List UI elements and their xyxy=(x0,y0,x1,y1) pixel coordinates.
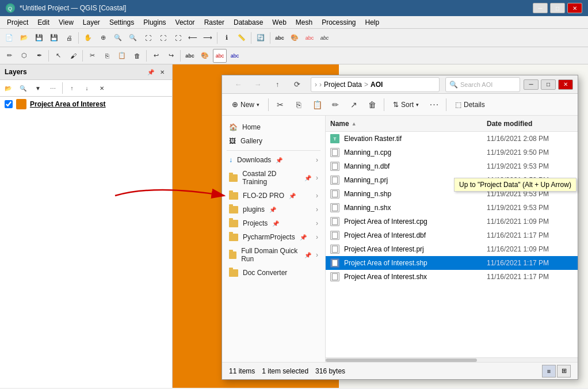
dialog-close-btn[interactable]: ✕ xyxy=(558,79,573,90)
nav-downloads[interactable]: ↓ Downloads 📌 xyxy=(222,153,325,167)
cut-button[interactable]: ✂ xyxy=(272,97,288,113)
layer-checkbox[interactable] xyxy=(5,100,13,108)
undo-btn[interactable]: ↩ xyxy=(149,49,163,63)
pan-btn[interactable]: ✋ xyxy=(81,31,95,45)
cut-feature-btn[interactable]: ✂ xyxy=(85,49,99,63)
menu-settings[interactable]: Settings xyxy=(105,17,139,28)
menu-processing[interactable]: Processing xyxy=(317,17,360,28)
nav-coastal2d[interactable]: Coastal 2D Training 📌 xyxy=(222,167,325,189)
new-button[interactable]: ⊕ New ▾ xyxy=(227,97,265,113)
color2-btn[interactable]: abc xyxy=(213,49,227,63)
zoom-in-btn[interactable]: 🔍 xyxy=(111,31,125,45)
minimize-button[interactable]: ─ xyxy=(533,3,548,13)
details-button[interactable]: ⬚ Details xyxy=(450,97,490,113)
breadcrumb-more[interactable]: › xyxy=(315,81,317,89)
dialog-minimize-btn[interactable]: ─ xyxy=(524,79,539,90)
label4-btn[interactable]: abc xyxy=(318,31,331,45)
nav-flo2d[interactable]: FLO-2D PRO 📌 xyxy=(222,189,325,203)
close-button[interactable]: ✕ xyxy=(567,3,582,13)
digitize-btn[interactable]: ✏ xyxy=(2,49,16,63)
print-btn[interactable]: 🖨 xyxy=(62,31,76,45)
panel-pin-btn[interactable]: 📌 xyxy=(146,67,156,77)
table-row-selected[interactable]: Project Area of Interest.shp 11/16/2021 … xyxy=(326,256,578,270)
zoom-selection-btn[interactable]: ⛶ xyxy=(171,31,185,45)
table-row[interactable]: Project Area of Interest.cpg 11/16/2021 … xyxy=(326,215,578,228)
dialog-maximize-btn[interactable]: □ xyxy=(541,79,556,90)
label3-btn[interactable]: abc xyxy=(303,31,316,45)
nav-projects[interactable]: Projects 📌 xyxy=(222,216,325,230)
col-name-header[interactable]: Name ▲ xyxy=(330,120,487,128)
table-row[interactable]: Manning_n.cpg 11/19/2021 9:50 PM xyxy=(326,146,578,159)
nav-fulldomainquick[interactable]: Full Domain Quick Run 📌 xyxy=(222,244,325,266)
nav-home[interactable]: 🏠 Home xyxy=(222,120,325,134)
delete-feature-btn[interactable]: 🗑 xyxy=(130,49,144,63)
maximize-button[interactable]: □ xyxy=(550,3,565,13)
breadcrumb-aoi[interactable]: AOI xyxy=(371,81,383,89)
nav-plugins[interactable]: plugins 📌 xyxy=(222,203,325,216)
copy-button[interactable]: ⎘ xyxy=(291,97,307,113)
paste-feature-btn[interactable]: 📋 xyxy=(115,49,129,63)
measure-btn[interactable]: 📏 xyxy=(235,31,249,45)
nav-docconverter[interactable]: Doc Converter xyxy=(222,266,325,280)
move-down-btn[interactable]: ↓ xyxy=(80,81,94,95)
color1-btn[interactable]: 🎨 xyxy=(198,49,212,63)
nav-gallery[interactable]: 🖼 Gallery xyxy=(222,134,325,148)
menu-raster[interactable]: Raster xyxy=(200,17,229,28)
move-up-btn[interactable]: ↑ xyxy=(65,81,79,95)
refresh-btn[interactable]: 🔄 xyxy=(254,31,268,45)
node-btn[interactable]: ⬡ xyxy=(17,49,31,63)
table-row[interactable]: Manning_n.shx 11/19/2021 9:53 PM xyxy=(326,201,578,215)
search-box[interactable]: 🔍 Search AOI xyxy=(445,77,520,92)
filter-layer-btn[interactable]: ▼ xyxy=(31,81,45,95)
paint-btn[interactable]: 🖌 xyxy=(66,49,80,63)
new-project-btn[interactable]: 📄 xyxy=(2,31,16,45)
search-layer-btn[interactable]: 🔍 xyxy=(16,81,30,95)
open-project-btn[interactable]: 📂 xyxy=(17,31,31,45)
menu-help[interactable]: Help xyxy=(361,17,384,28)
zoom-out-btn[interactable]: 🔍 xyxy=(126,31,140,45)
nav-pycharm[interactable]: PycharmProjects 📌 xyxy=(222,230,325,244)
identify-btn[interactable]: ℹ xyxy=(220,31,234,45)
menu-layer[interactable]: Layer xyxy=(78,17,105,28)
remove-layer-btn[interactable]: ✕ xyxy=(95,81,109,95)
grid-view-btn[interactable]: ⊞ xyxy=(557,365,571,377)
up-button[interactable]: ↑ xyxy=(269,78,285,91)
menu-vector[interactable]: Vector xyxy=(171,17,200,28)
refresh-dialog-button[interactable]: ⟳ xyxy=(289,78,305,91)
menu-database[interactable]: Database xyxy=(229,17,268,28)
zoom-prev-btn[interactable]: ⟵ xyxy=(186,31,200,45)
menu-mesh[interactable]: Mesh xyxy=(291,17,317,28)
table-row[interactable]: Project Area of Interest.prj 11/16/2021 … xyxy=(326,242,578,256)
sketch-btn[interactable]: ✒ xyxy=(32,49,46,63)
zoom-full-btn[interactable]: ⛶ xyxy=(141,31,155,45)
table-row[interactable]: T Elevation Raster.tif 11/16/2021 2:08 P… xyxy=(326,132,578,146)
layer-item[interactable]: Project Area of Interest xyxy=(0,97,172,112)
label2-btn[interactable]: 🎨 xyxy=(288,31,301,45)
copy-feature-btn[interactable]: ⎘ xyxy=(100,49,114,63)
select-btn[interactable]: ↖ xyxy=(51,49,65,63)
zoom-layer-btn[interactable]: ⛶ xyxy=(156,31,170,45)
color3-btn[interactable]: abc xyxy=(228,49,242,63)
zoom-next-btn[interactable]: ⟶ xyxy=(201,31,215,45)
menu-plugins[interactable]: Plugins xyxy=(139,17,170,28)
sort-button[interactable]: ⇅ Sort ▾ xyxy=(388,97,424,113)
pan-map-btn[interactable]: ⊕ xyxy=(96,31,110,45)
panel-close-btn[interactable]: ✕ xyxy=(157,67,167,77)
delete-button[interactable]: 🗑 xyxy=(364,97,380,113)
more-options-button[interactable]: ··· xyxy=(426,97,442,113)
open-layer-btn[interactable]: 📂 xyxy=(1,81,15,95)
menu-edit[interactable]: Edit xyxy=(33,17,54,28)
back-button[interactable]: ← xyxy=(230,78,246,91)
label-btn[interactable]: abc xyxy=(273,31,287,45)
forward-button[interactable]: → xyxy=(250,78,266,91)
paste-button[interactable]: 📋 xyxy=(309,97,325,113)
breadcrumb-project-data[interactable]: Project Data xyxy=(324,81,362,89)
list-view-btn[interactable]: ≡ xyxy=(542,365,556,377)
col-date-header[interactable]: Date modified xyxy=(487,120,573,128)
hscroll[interactable] xyxy=(326,357,578,362)
rename-button[interactable]: ✏ xyxy=(327,97,343,113)
field-calc-btn[interactable]: abc xyxy=(183,49,197,63)
menu-web[interactable]: Web xyxy=(268,17,291,28)
table-row[interactable]: Project Area of Interest.dbf 11/16/2021 … xyxy=(326,228,578,242)
menu-project[interactable]: Project xyxy=(2,17,33,28)
